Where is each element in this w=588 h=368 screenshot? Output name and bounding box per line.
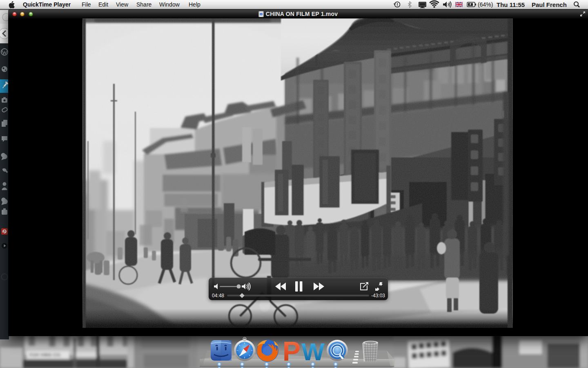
svg-text:Window: Window — [159, 1, 180, 8]
svg-text:File: File — [82, 1, 91, 8]
svg-text:04:48: 04:48 — [212, 293, 224, 298]
svg-text:Thu 11:55: Thu 11:55 — [497, 1, 525, 8]
svg-text:View: View — [116, 1, 129, 8]
svg-text:FUH HWA CO.: FUH HWA CO. — [29, 352, 62, 357]
svg-text:-43:03: -43:03 — [371, 293, 385, 298]
svg-text:Help: Help — [189, 1, 200, 8]
svg-text:(64%): (64%) — [478, 1, 493, 8]
svg-text:QuickTime Player: QuickTime Player — [23, 1, 71, 8]
svg-text:Share: Share — [136, 1, 152, 8]
svg-text:Paul French: Paul French — [532, 1, 567, 8]
svg-text:Edit: Edit — [98, 1, 108, 8]
svg-text:W: W — [301, 338, 325, 366]
svg-text:P: P — [283, 336, 301, 366]
